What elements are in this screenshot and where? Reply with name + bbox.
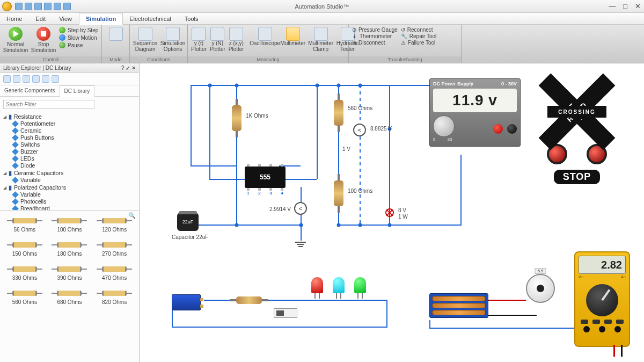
palette-item[interactable]: 150 Ohms — [5, 242, 44, 257]
minimize-button[interactable]: — — [609, 2, 616, 10]
tree-item[interactable]: Variable — [13, 177, 137, 183]
resistor-led[interactable] — [236, 296, 262, 304]
tree-item[interactable]: Photocells — [13, 198, 137, 205]
palette-item[interactable]: 680 Ohms — [50, 291, 89, 305]
oscilloscope-button[interactable]: Oscilloscope — [253, 26, 277, 47]
titlebar: Automation Studio™ — □ ✕ — [0, 0, 644, 13]
psu-jack-pos[interactable] — [493, 124, 503, 134]
library-toolbar[interactable] — [0, 73, 139, 85]
yt-plotter-button[interactable]: y (t) Plotter — [191, 26, 207, 52]
normal-simulation-button[interactable]: Normal Simulation — [3, 26, 28, 53]
thermometer-button[interactable]: 🌡Thermometer — [352, 33, 398, 39]
tree-cat[interactable]: ▮ Polarized Capacitors — [3, 184, 137, 191]
reconnect-button[interactable]: ↺Reconnect — [401, 27, 436, 33]
led-red[interactable] — [311, 277, 323, 293]
multimeter-button[interactable]: Multimeter — [281, 26, 305, 47]
qat-icon[interactable] — [15, 3, 23, 10]
pot-reading: 5.9 — [535, 268, 546, 274]
tree-item[interactable]: Breadboard — [13, 205, 137, 211]
dmm-dial[interactable] — [586, 284, 618, 316]
resistor-560[interactable] — [334, 100, 343, 126]
maximize-button[interactable]: □ — [623, 2, 627, 10]
palette-item[interactable]: 470 Ohms — [95, 266, 134, 281]
palette-item[interactable]: 270 Ohms — [95, 242, 134, 257]
potentiometer[interactable]: 5.9 — [526, 274, 555, 303]
tree-item[interactable]: Ceramic — [13, 127, 137, 134]
palette-item[interactable]: 330 Ohms — [5, 266, 44, 281]
railroad-crossing-sign: RAIL ROAD CROSSING STOP — [537, 79, 617, 184]
library-tab[interactable]: Generic Components — [0, 85, 60, 96]
magnify-icon[interactable]: 🔍 — [128, 212, 136, 219]
led-green[interactable] — [354, 277, 366, 293]
led-cyan[interactable] — [333, 277, 345, 293]
failure-tool-button[interactable]: ⚠Failure Tool — [401, 40, 436, 46]
pressure-gauge-button[interactable]: ⊙Pressure Gauge — [352, 27, 398, 33]
qat-icon[interactable] — [34, 3, 42, 10]
simulation-options-button[interactable]: Simulation Options — [160, 26, 185, 52]
stop-simulation-button[interactable]: Stop Simulation — [31, 26, 56, 53]
voltmeter-1[interactable]: < — [353, 124, 366, 136]
dip-switch[interactable] — [274, 308, 297, 318]
quick-access-toolbar[interactable] — [15, 3, 71, 10]
tree-cat[interactable]: ▮ Ceramic Capacitors — [3, 170, 137, 176]
slow-motion-button[interactable]: Slow Motion — [59, 34, 98, 41]
repair-tool-button[interactable]: 🔧Repair Tool — [401, 33, 436, 39]
pane-controls[interactable]: ? ⤢ ✕ — [121, 65, 136, 71]
search-input[interactable] — [3, 100, 94, 109]
tree-item[interactable]: Push Buttons — [13, 134, 137, 141]
tree-item[interactable]: Diode — [13, 162, 137, 169]
multimeter-clamp-button[interactable]: Multimeter Clamp — [309, 26, 333, 52]
palette-item[interactable]: 56 Ohms — [5, 218, 44, 233]
component-palette[interactable]: 🔍 56 Ohms100 Ohms120 Ohms150 Ohms180 Ohm… — [0, 211, 139, 362]
qat-icon[interactable] — [44, 3, 52, 10]
tree-item[interactable]: Switchs — [13, 141, 137, 148]
plotter-icon — [192, 27, 206, 41]
palette-item[interactable]: 390 Ohms — [50, 266, 89, 281]
step-by-step-button[interactable]: Step by Step — [59, 27, 98, 33]
qat-icon[interactable] — [25, 3, 32, 10]
disconnect-button[interactable]: ✂Disconnect — [352, 40, 398, 46]
tree-item[interactable]: Potentiometer — [13, 120, 137, 127]
qat-icon[interactable] — [63, 3, 71, 10]
menu-tab-tools[interactable]: Tools — [178, 13, 206, 24]
dc-power-supply[interactable]: DC Power Supply0 - 30V 11.9 v 030 — [429, 78, 521, 147]
ground-symbol — [295, 242, 306, 247]
capacitor-22uf[interactable]: 22uF — [177, 213, 199, 231]
qat-icon[interactable] — [54, 3, 61, 10]
tree-item[interactable]: Buzzer — [13, 148, 137, 155]
library-tab[interactable]: DC Library — [60, 85, 95, 97]
step-icon — [59, 27, 65, 33]
menu-tab-view[interactable]: View — [53, 13, 79, 24]
digital-multimeter[interactable]: 2.82 V⎓A⎓ — [574, 251, 630, 347]
psu-knob[interactable] — [433, 115, 455, 137]
menu-tab-edit[interactable]: Edit — [29, 13, 53, 24]
psu-jack-neg[interactable] — [507, 124, 517, 134]
component-tree[interactable]: ▮ ResistancePotentiometerCeramicPush But… — [0, 111, 139, 211]
label: Disconnect — [358, 40, 385, 46]
tree-item[interactable]: LEDs — [13, 155, 137, 162]
palette-item[interactable]: 180 Ohms — [50, 242, 89, 257]
palette-item[interactable]: 560 Ohms — [5, 291, 44, 305]
zxy-plotter-button[interactable]: z (x,y) Plotter — [229, 26, 244, 52]
tree-item[interactable]: Variable — [13, 191, 137, 198]
close-button[interactable]: ✕ — [635, 2, 641, 10]
menu-tab-electrotechnical[interactable]: Electrotechnical — [123, 13, 178, 24]
battery-9v[interactable] — [172, 294, 201, 310]
pause-button[interactable]: Pause — [59, 42, 98, 48]
timer-555-chip[interactable]: 555 1234 — [245, 166, 286, 188]
voltmeter-2[interactable]: < — [294, 202, 307, 215]
indicator-lamp[interactable] — [385, 208, 394, 217]
resistor-100[interactable] — [334, 180, 343, 206]
yn-plotter-button[interactable]: y (N) Plotter — [210, 26, 225, 52]
battery-pack[interactable] — [429, 293, 488, 318]
palette-item[interactable]: 100 Ohms — [50, 218, 89, 233]
menu-tab-simulation[interactable]: Simulation — [79, 13, 123, 25]
resistor-1k[interactable] — [232, 105, 241, 131]
sequence-diagram-button[interactable]: Sequence Diagram — [133, 26, 157, 52]
mode-button[interactable] — [105, 26, 126, 41]
menu-tab-home[interactable]: Home — [0, 13, 29, 24]
tree-cat[interactable]: ▮ Resistance — [3, 113, 137, 120]
palette-item[interactable]: 820 Ohms — [95, 291, 134, 305]
palette-item[interactable]: 120 Ohms — [95, 218, 134, 233]
schematic-canvas[interactable]: 1K Ohms 560 Ohms 100 Ohms 555 1234 22uF … — [140, 63, 644, 362]
